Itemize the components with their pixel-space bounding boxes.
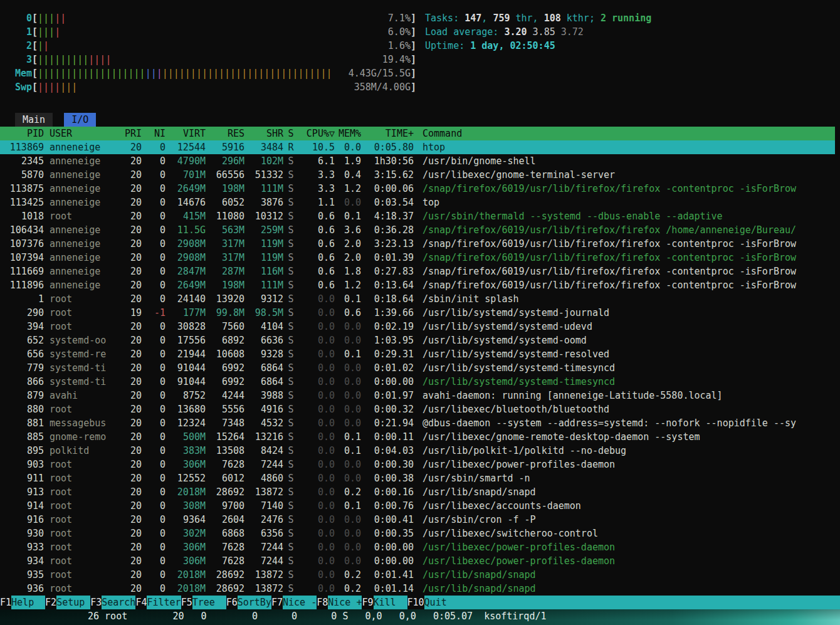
fkey-filter[interactable]: F4Filter — [135, 596, 181, 609]
process-row-916[interactable]: 916root200936426042476S0.00.00:00.41/usr… — [0, 513, 835, 527]
cell-time: 0:02.19 — [361, 320, 414, 334]
process-table-header: PIDUSERPRINIVIRTRESSHRSCPU%▽MEM%TIME+Com… — [0, 127, 835, 140]
cell-virt: 14676 — [165, 196, 206, 209]
process-row-913[interactable]: 913root2002018M2869213872S0.00.20:00.16/… — [0, 485, 835, 499]
column-header-res[interactable]: RES — [206, 127, 244, 140]
fkey-quit[interactable]: F10Quit — [407, 596, 458, 609]
tab-main[interactable]: Main — [15, 113, 53, 127]
cell-pid: 779 — [4, 361, 44, 375]
column-header-shr[interactable]: SHR — [244, 127, 283, 140]
process-row-2345[interactable]: 2345anneneige2004790M296M102MS6.11.91h30… — [0, 154, 835, 168]
process-row-936[interactable]: 936root2002018M2869213872S0.00.20:01.14/… — [0, 582, 835, 596]
fkey-sortby[interactable]: F6SortBy — [226, 596, 271, 609]
process-row-113875[interactable]: 113875anneneige2002649M198M111MS3.31.20:… — [0, 182, 835, 196]
process-row-866[interactable]: 866systemd-ti2009104469926864S0.00.00:00… — [0, 375, 835, 389]
cell-cpu: 3.3 — [298, 168, 335, 182]
cell-user: root — [44, 485, 122, 499]
column-header-ni[interactable]: NI — [142, 127, 165, 140]
fkey-search[interactable]: F3Search — [90, 596, 135, 609]
column-header-user[interactable]: USER — [44, 127, 122, 140]
column-header-time[interactable]: TIME+ — [361, 127, 414, 140]
fkey-tree[interactable]: F5Tree — [181, 596, 226, 609]
cell-ni: 0 — [142, 223, 165, 237]
cell-user: gnome-remo — [44, 430, 122, 444]
process-row-5870[interactable]: 5870anneneige200701M6655651332S3.30.43:1… — [0, 168, 835, 182]
process-row-113869[interactable]: 113869anneneige2001254459163484R10.50.00… — [0, 140, 835, 154]
fkey-setup[interactable]: F2Setup — [45, 596, 90, 609]
cell-time: 0:36.28 — [361, 223, 414, 237]
cell-res: 9700 — [206, 499, 244, 513]
process-row-895[interactable]: 895polkitd200383M135088424S0.00.10:04.03… — [0, 444, 835, 458]
column-header-mem[interactable]: MEM% — [335, 127, 361, 140]
cell-virt: 308M — [165, 499, 206, 513]
process-row-933[interactable]: 933root200306M76287244S0.00.00:00.00/usr… — [0, 540, 835, 554]
cell-s: S — [283, 209, 298, 223]
process-row-656[interactable]: 656systemd-re20021944106089328S0.00.10:2… — [0, 347, 835, 361]
cell-shr: 111M — [244, 278, 283, 292]
cell-ni: 0 — [142, 554, 165, 568]
fkey-kill[interactable]: F9Kill — [362, 596, 407, 609]
cell-shr: 4916 — [244, 402, 283, 416]
process-row-111896[interactable]: 111896anneneige2002649M198M111MS0.61.20:… — [0, 278, 835, 292]
column-header-cpu[interactable]: CPU%▽ — [298, 127, 335, 140]
process-row-111669[interactable]: 111669anneneige2002847M287M116MS0.61.80:… — [0, 265, 835, 278]
process-row-879[interactable]: 879avahi200875242443988S0.00.00:01.97ava… — [0, 389, 835, 402]
cell-pid: 394 — [4, 320, 44, 334]
cell-s: S — [283, 402, 298, 416]
process-row-652[interactable]: 652systemd-oo2001755668926636S0.00.01:03… — [0, 334, 835, 347]
column-header-pid[interactable]: PID — [4, 127, 44, 140]
cell-virt: 2018M — [165, 485, 206, 499]
cell-virt: 2847M — [165, 265, 206, 278]
cell-s: S — [283, 458, 298, 471]
column-header-cmd[interactable]: Command — [414, 127, 835, 140]
process-row-934[interactable]: 934root200306M76287244S0.00.00:00.00/usr… — [0, 554, 835, 568]
cell-res: 7628 — [206, 540, 244, 554]
process-row-779[interactable]: 779systemd-ti2009104469926864S0.00.00:01… — [0, 361, 835, 375]
cell-user: systemd-ti — [44, 375, 122, 389]
column-header-virt[interactable]: VIRT — [165, 127, 206, 140]
cell-s: S — [283, 375, 298, 389]
cell-virt: 2018M — [165, 568, 206, 582]
process-row-880[interactable]: 880root2001368055564916S0.00.00:00.32/us… — [0, 402, 835, 416]
process-row-885[interactable]: 885gnome-remo200500M1526413216S0.00.10:0… — [0, 430, 835, 444]
cell-cmd: /sbin/init splash — [414, 292, 835, 306]
process-row-903[interactable]: 903root200306M76287244S0.00.00:00.30/usr… — [0, 458, 835, 471]
process-row-106434[interactable]: 106434anneneige20011.5G563M259MS0.63.60:… — [0, 223, 835, 237]
cell-time: 0:00.00 — [361, 554, 414, 568]
cell-res: 6052 — [206, 196, 244, 209]
cell-mem: 2.0 — [335, 251, 361, 265]
cell-cpu: 0.0 — [298, 347, 335, 361]
column-header-s[interactable]: S — [283, 127, 298, 140]
process-row-394[interactable]: 394root2003082875604104S0.00.00:02.19/us… — [0, 320, 835, 334]
cell-pri: 20 — [122, 251, 142, 265]
process-row-881[interactable]: 881messagebus2001232473484532S0.00.00:21… — [0, 416, 835, 430]
process-row-107376[interactable]: 107376anneneige2002908M317M119MS0.62.03:… — [0, 237, 835, 251]
process-row-113425[interactable]: 113425anneneige2001467660523876S1.10.00:… — [0, 196, 835, 209]
cell-ni: 0 — [142, 265, 165, 278]
tab-i-o[interactable]: I/O — [64, 113, 96, 127]
process-row-914[interactable]: 914root200308M97007140S0.00.10:00.76/usr… — [0, 499, 835, 513]
process-row-107394[interactable]: 107394anneneige2002908M317M119MS0.62.00:… — [0, 251, 835, 265]
cell-time: 1:03.95 — [361, 334, 414, 347]
process-row-290[interactable]: 290root19-1177M99.8M98.5MS0.00.61:39.66/… — [0, 306, 835, 320]
process-row-911[interactable]: 911root2001255260124860S0.00.00:00.38/us… — [0, 471, 835, 485]
cell-shr: 6356 — [244, 527, 283, 540]
process-row-1[interactable]: 1root20024140139209312S0.00.10:18.64/sbi… — [0, 292, 835, 306]
cell-cpu: 0.6 — [298, 265, 335, 278]
fkey-nice-[interactable]: F8Nice + — [317, 596, 362, 609]
process-row-930[interactable]: 930root200302M68686356S0.00.00:00.35/usr… — [0, 527, 835, 540]
fkey-help[interactable]: F1Help — [0, 596, 45, 609]
cell-user: polkitd — [44, 444, 122, 458]
fkey-nice-[interactable]: F7Nice - — [271, 596, 317, 609]
cell-time: 0:01.02 — [361, 361, 414, 375]
cell-cmd: /usr/lib/systemd/systemd-journald — [414, 306, 835, 320]
cell-mem: 0.0 — [335, 334, 361, 347]
cell-ni: 0 — [142, 320, 165, 334]
cell-time: 1:39.66 — [361, 306, 414, 320]
cell-time: 0:00.38 — [361, 471, 414, 485]
process-row-935[interactable]: 935root2002018M2869213872S0.00.20:01.41/… — [0, 568, 835, 582]
column-header-pri[interactable]: PRI — [122, 127, 142, 140]
cell-s: S — [283, 554, 298, 568]
cell-cmd: /usr/lib/systemd/systemd-oomd — [414, 334, 835, 347]
process-row-1018[interactable]: 1018root200415M1108010312S0.60.14:18.37/… — [0, 209, 835, 223]
